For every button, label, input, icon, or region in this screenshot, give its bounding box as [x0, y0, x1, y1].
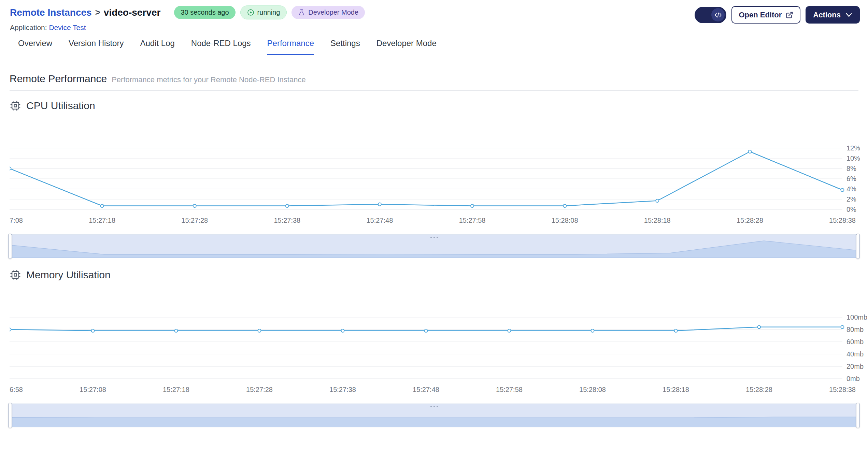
svg-text:15:28:08: 15:28:08 [552, 217, 578, 224]
running-status-label: running [257, 9, 280, 16]
breadcrumb-root-link[interactable]: Remote Instances [10, 7, 92, 18]
cpu-navigator-left-handle[interactable] [8, 234, 12, 259]
cpu-navigator-right-handle[interactable] [856, 234, 860, 259]
svg-text:12%: 12% [846, 144, 860, 152]
running-status-badge: running [240, 5, 287, 19]
developer-mode-label: Developer Mode [308, 9, 358, 16]
svg-text:7:08: 7:08 [10, 217, 23, 224]
svg-text:100mb: 100mb [846, 313, 867, 321]
svg-text:15:27:28: 15:27:28 [246, 386, 273, 393]
external-link-icon [786, 11, 793, 19]
application-label: Application: [10, 24, 47, 31]
tab-bar: Overview Version History Audit Log Node-… [0, 32, 868, 55]
svg-text:15:28:28: 15:28:28 [737, 217, 763, 224]
svg-text:60mb: 60mb [846, 338, 864, 346]
svg-text:15:28:18: 15:28:18 [663, 386, 689, 393]
svg-text:6%: 6% [846, 175, 856, 182]
actions-label: Actions [813, 11, 841, 19]
svg-text:15:27:38: 15:27:38 [274, 217, 300, 224]
svg-text:15:28:38: 15:28:38 [829, 217, 856, 224]
actions-button[interactable]: Actions [806, 6, 860, 24]
title-divider [10, 90, 858, 91]
breadcrumb-current: video-server [104, 7, 161, 18]
svg-text:15:27:58: 15:27:58 [496, 386, 523, 393]
cpu-section-title: CPU Utilisation [26, 100, 95, 112]
tab-performance[interactable]: Performance [267, 39, 314, 55]
svg-text:0mb: 0mb [846, 375, 860, 382]
svg-text:20mb: 20mb [846, 363, 864, 370]
svg-text:15:27:18: 15:27:18 [89, 217, 115, 224]
application-link[interactable]: Device Test [49, 24, 86, 31]
breadcrumb-separator: > [92, 7, 104, 18]
svg-text:15:27:18: 15:27:18 [163, 386, 189, 393]
page-header: Remote Instances > video-server 30 secon… [0, 0, 868, 32]
page-title-row: Remote Performance Performance metrics f… [10, 73, 858, 85]
memory-navigator-selection[interactable] [10, 404, 858, 427]
svg-text:0%: 0% [846, 206, 856, 213]
memory-navigator-left-handle[interactable] [8, 403, 12, 428]
svg-text:15:27:28: 15:27:28 [181, 217, 208, 224]
memory-section-title: Memory Utilisation [26, 269, 111, 281]
memory-chip-icon [10, 269, 21, 281]
memory-chart-navigator[interactable] [10, 403, 858, 427]
svg-text:40mb: 40mb [846, 350, 864, 358]
application-row: Application: Device Test [10, 24, 365, 32]
memory-chart[interactable]: 0mb20mb40mb60mb80mb100mb6:5815:27:0815:2… [10, 285, 868, 397]
svg-text:15:27:08: 15:27:08 [80, 386, 106, 393]
open-editor-button[interactable]: Open Editor [731, 6, 800, 24]
developer-mode-toggle[interactable] [695, 7, 726, 23]
developer-mode-badge: Developer Mode [291, 6, 365, 19]
play-circle-icon [247, 9, 254, 16]
status-badges: 30 seconds ago running Developer Mode [174, 5, 365, 19]
svg-text:6:58: 6:58 [10, 386, 23, 393]
cpu-navigator-selection[interactable] [10, 235, 858, 258]
svg-text:80mb: 80mb [846, 326, 864, 333]
header-left: Remote Instances > video-server 30 secon… [10, 5, 365, 32]
tab-node-red-logs[interactable]: Node-RED Logs [191, 39, 251, 55]
svg-text:15:28:38: 15:28:38 [829, 386, 856, 393]
memory-navigator-right-handle[interactable] [856, 403, 860, 428]
tab-developer-mode[interactable]: Developer Mode [376, 39, 437, 55]
chevron-down-icon [845, 13, 852, 17]
tab-overview[interactable]: Overview [18, 39, 52, 55]
last-seen-badge: 30 seconds ago [174, 6, 235, 19]
cpu-chart-navigator[interactable] [10, 234, 858, 258]
toggle-knob [711, 8, 725, 21]
cpu-chart[interactable]: 0%2%4%6%8%10%12%7:0815:27:1815:27:2815:2… [10, 116, 868, 228]
tab-version-history[interactable]: Version History [69, 39, 124, 55]
svg-text:15:28:08: 15:28:08 [579, 386, 606, 393]
main-content: Remote Performance Performance metrics f… [0, 73, 868, 427]
svg-text:15:27:58: 15:27:58 [459, 217, 486, 224]
svg-text:15:27:48: 15:27:48 [413, 386, 439, 393]
breadcrumb: Remote Instances > video-server 30 secon… [10, 5, 365, 19]
svg-text:15:28:18: 15:28:18 [644, 217, 671, 224]
svg-text:15:28:28: 15:28:28 [746, 386, 772, 393]
cpu-chip-icon [10, 100, 21, 112]
page-subtitle: Performance metrics for your Remote Node… [112, 75, 306, 84]
last-seen-label: 30 seconds ago [181, 9, 229, 16]
tab-settings[interactable]: Settings [330, 39, 360, 55]
memory-navigator-grip[interactable] [430, 406, 438, 407]
svg-text:10%: 10% [846, 155, 860, 162]
memory-section-header: Memory Utilisation [10, 269, 858, 281]
code-icon [714, 12, 722, 18]
cpu-section-header: CPU Utilisation [10, 100, 858, 112]
svg-text:8%: 8% [846, 165, 856, 172]
svg-text:15:27:38: 15:27:38 [329, 386, 356, 393]
svg-text:4%: 4% [846, 185, 856, 193]
tab-audit-log[interactable]: Audit Log [140, 39, 174, 55]
page-title: Remote Performance [10, 73, 107, 85]
beaker-icon [298, 9, 305, 16]
cpu-navigator-grip[interactable] [430, 237, 438, 238]
open-editor-label: Open Editor [739, 11, 782, 19]
svg-text:15:27:48: 15:27:48 [367, 217, 393, 224]
header-actions: Open Editor Actions [695, 6, 860, 24]
svg-text:2%: 2% [846, 195, 856, 203]
